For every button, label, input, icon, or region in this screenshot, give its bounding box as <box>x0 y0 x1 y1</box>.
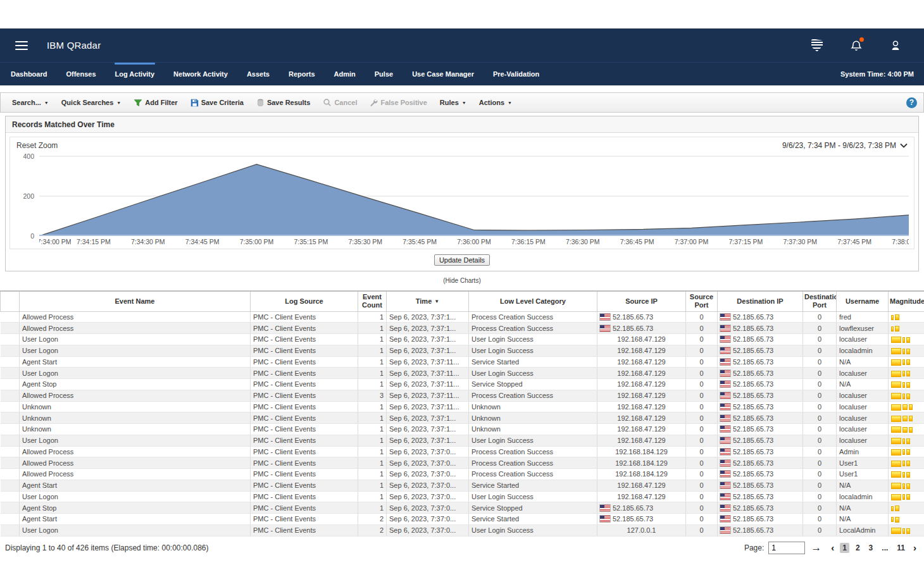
table-row[interactable]: Allowed ProcessPMC - Client Events1Sep 6… <box>1 311 924 323</box>
help-icon[interactable]: ? <box>906 97 917 108</box>
toolbar-search--button[interactable]: Search...▼ <box>7 96 54 109</box>
log-source-cell: PMC - Client Events <box>251 424 358 435</box>
next-page-chevron[interactable]: › <box>912 542 918 553</box>
column-header-event-name[interactable]: Event Name <box>20 291 251 311</box>
source-port-cell: 0 <box>686 514 718 525</box>
column-header-magnitude[interactable]: Magnitude <box>889 291 924 311</box>
magnitude-bar-icon <box>902 461 905 466</box>
username-cell: localadmin <box>837 491 889 502</box>
magnitude-bar-icon <box>902 438 905 444</box>
nav-tab-dashboard[interactable]: Dashboard <box>1 63 56 85</box>
table-row[interactable]: User LogonPMC - Client Events2Sep 6, 202… <box>1 524 924 536</box>
magnitude-bar-icon <box>895 517 899 523</box>
toolbar-button-label: Save Criteria <box>201 99 244 106</box>
toolbar-false-positive-button[interactable]: False Positive <box>365 96 432 109</box>
column-header-destination-ip[interactable]: Destination IP <box>718 291 803 311</box>
nav-tab-pulse[interactable]: Pulse <box>365 63 403 85</box>
table-row[interactable]: Allowed ProcessPMC - Client Events1Sep 6… <box>1 457 924 469</box>
reset-zoom-link[interactable]: Reset Zoom <box>16 141 58 150</box>
nav-tab-admin[interactable]: Admin <box>325 63 365 85</box>
nav-tab-log-activity[interactable]: Log Activity <box>106 63 165 85</box>
table-row[interactable]: User LogonPMC - Client Events1Sep 6, 202… <box>1 334 924 345</box>
destination-ip-cell: 52.185.65.73 <box>718 514 803 525</box>
destination-port-cell: 0 <box>803 323 837 334</box>
notifications-bell-icon[interactable] <box>849 39 863 53</box>
chart-plot-area[interactable]: 0200400 <box>39 154 909 236</box>
source-port-cell: 0 <box>686 390 718 401</box>
table-row[interactable]: User LogonPMC - Client Events1Sep 6, 202… <box>1 491 924 502</box>
table-row[interactable]: Agent StartPMC - Client Events2Sep 6, 20… <box>1 514 924 525</box>
table-row[interactable]: User LogonPMC - Client Events1Sep 6, 202… <box>1 345 924 356</box>
toolbar-cancel-button[interactable]: Cancel <box>318 96 362 109</box>
magnitude-bar-icon <box>906 494 910 500</box>
table-row[interactable]: Allowed ProcessPMC - Client Events1Sep 6… <box>1 446 924 457</box>
page-input[interactable] <box>768 542 805 554</box>
column-header-select[interactable] <box>1 291 20 311</box>
column-header-source-ip[interactable]: Source IP <box>597 291 686 311</box>
table-row[interactable]: Agent StartPMC - Client Events1Sep 6, 20… <box>1 480 924 491</box>
column-header-username[interactable]: Username <box>837 291 889 311</box>
prev-page-chevron[interactable]: ‹ <box>830 542 835 553</box>
page-number-2[interactable]: 2 <box>853 543 863 553</box>
table-row[interactable]: Allowed ProcessPMC - Client Events3Sep 6… <box>1 390 924 401</box>
column-header-label: Destination IP <box>737 297 783 305</box>
nav-tab-assets[interactable]: Assets <box>237 63 279 85</box>
table-row[interactable]: Agent StopPMC - Client Events1Sep 6, 202… <box>1 379 924 390</box>
username-cell: localadmin <box>837 345 889 356</box>
time-cell: Sep 6, 2023, 7:37:0... <box>387 502 469 514</box>
hide-charts-link[interactable]: (Hide Charts) <box>0 271 924 290</box>
table-row[interactable]: UnknownPMC - Client Events1Sep 6, 2023, … <box>1 401 924 413</box>
toolbar-button-label: Cancel <box>334 99 357 106</box>
page-number-3[interactable]: 3 <box>866 543 876 553</box>
table-row[interactable]: UnknownPMC - Client Events1Sep 6, 2023, … <box>1 424 924 435</box>
toolbar-save-criteria-button[interactable]: Save Criteria <box>185 96 249 109</box>
table-row[interactable]: UnknownPMC - Client Events1Sep 6, 2023, … <box>1 413 924 424</box>
column-header-log-source[interactable]: Log Source <box>251 291 358 311</box>
table-row[interactable]: User LogonPMC - Client Events1Sep 6, 202… <box>1 368 924 379</box>
table-row[interactable]: Agent StopPMC - Client Events1Sep 6, 202… <box>1 502 924 514</box>
column-header-event-count[interactable]: Event Count <box>358 291 387 311</box>
table-row[interactable]: Allowed ProcessPMC - Client Events1Sep 6… <box>1 469 924 480</box>
row-select-cell <box>1 502 20 514</box>
event-count-cell: 1 <box>358 446 387 457</box>
nav-tab-pre-validation[interactable]: Pre-Validation <box>484 63 549 85</box>
page-number-11[interactable]: 11 <box>894 543 908 553</box>
table-row[interactable]: Allowed ProcessPMC - Client Events1Sep 6… <box>1 323 924 334</box>
nav-tab-network-activity[interactable]: Network Activity <box>164 63 237 85</box>
column-header-time[interactable]: Time▼ <box>387 291 469 311</box>
row-select-cell <box>1 457 20 469</box>
page-number-1[interactable]: 1 <box>840 543 849 553</box>
toolbar-button-label: False Positive <box>380 99 427 106</box>
row-select-cell <box>1 413 20 424</box>
table-row[interactable]: Agent StartPMC - Client Events1Sep 6, 20… <box>1 356 924 368</box>
date-range-selector[interactable]: 9/6/23, 7:34 PM - 9/6/23, 7:38 PM <box>782 141 908 150</box>
column-header-destination-port[interactable]: Destination Port <box>803 291 837 311</box>
category-cell: User Login Success <box>469 491 597 502</box>
category-cell: Process Creation Success <box>469 311 597 323</box>
table-row[interactable]: User LogonPMC - Client Events1Sep 6, 202… <box>1 435 924 446</box>
category-cell: Process Creation Success <box>469 457 597 469</box>
nav-tab-use-case-manager[interactable]: Use Case Manager <box>403 63 484 85</box>
toolbar-add-filter-button[interactable]: Add Filter <box>128 96 182 109</box>
ibm-security-logo-icon[interactable] <box>810 39 824 53</box>
column-header-low-level-category[interactable]: Low Level Category <box>469 291 597 311</box>
search-toolbar: Search...▼Quick Searches▼Add FilterSave … <box>0 92 924 113</box>
go-to-page-arrow-icon[interactable]: → <box>811 542 821 554</box>
system-time: System Time: 4:00 PM <box>840 63 923 85</box>
event-count-cell: 1 <box>358 469 387 480</box>
column-header-label: Time <box>416 297 432 305</box>
hamburger-menu-icon[interactable] <box>15 39 28 53</box>
magnitude-cell <box>889 311 924 323</box>
event-name-cell: Allowed Process <box>20 323 251 334</box>
user-account-icon[interactable] <box>889 39 902 53</box>
toolbar-quick-searches-button[interactable]: Quick Searches▼ <box>56 96 127 109</box>
source-port-cell: 0 <box>686 524 718 536</box>
toolbar-actions-button[interactable]: Actions▼ <box>474 96 517 109</box>
toolbar-save-results-button[interactable]: Save Results <box>251 96 315 109</box>
update-details-button[interactable]: Update Details <box>434 254 490 266</box>
nav-tab-reports[interactable]: Reports <box>279 63 325 85</box>
us-flag-icon <box>720 493 730 500</box>
nav-tab-offenses[interactable]: Offenses <box>56 63 105 85</box>
column-header-source-port[interactable]: Source Port <box>686 291 718 311</box>
toolbar-rules-button[interactable]: Rules▼ <box>435 96 471 109</box>
